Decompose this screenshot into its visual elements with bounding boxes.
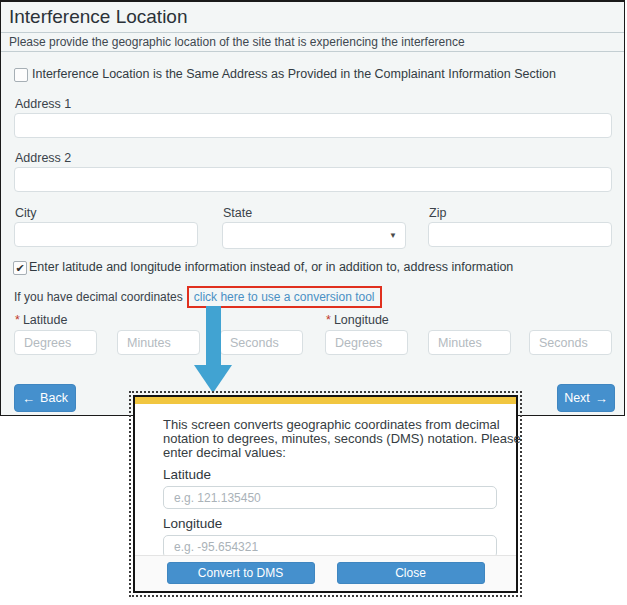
back-arrow-icon: ← <box>22 391 35 406</box>
page-subtitle: Please provide the geographic location o… <box>9 35 465 49</box>
back-button[interactable]: ← Back <box>14 384 76 412</box>
divider <box>1 32 624 33</box>
interference-location-panel: Interference Location Please provide the… <box>0 0 625 416</box>
latitude-seconds-input[interactable] <box>220 330 303 355</box>
dialog-footer: Convert to DMS Close <box>135 555 516 591</box>
longitude-label: *Longitude <box>326 313 389 327</box>
dialog-body: This screen converts geographic coordina… <box>135 404 516 558</box>
address2-input[interactable] <box>14 167 612 192</box>
close-button[interactable]: Close <box>337 562 485 584</box>
latitude-degrees-input[interactable] <box>14 330 97 355</box>
dialog-description: This screen converts geographic coordina… <box>163 418 496 432</box>
latlong-checkbox[interactable]: ✔ <box>13 261 27 275</box>
address2-label: Address 2 <box>15 151 71 165</box>
latlong-checkbox-label: Enter latitude and longitude information… <box>29 260 513 274</box>
dialog-description: enter decimal values: <box>163 446 496 460</box>
page-title: Interference Location <box>9 6 188 28</box>
chevron-down-icon: ▼ <box>389 231 397 240</box>
dialog-top-accent-bar <box>135 397 516 404</box>
city-input[interactable] <box>14 222 198 247</box>
screenshot-stage: Interference Location Please provide the… <box>0 0 627 605</box>
conversion-tool-link[interactable]: click here to use a conversion tool <box>194 290 375 304</box>
city-label: City <box>15 206 37 220</box>
state-label: State <box>223 206 252 220</box>
down-arrow-annotation <box>206 306 221 366</box>
back-button-label: Back <box>40 391 68 405</box>
divider <box>1 51 624 52</box>
longitude-degrees-input[interactable] <box>325 330 408 355</box>
annotation-highlight-box: click here to use a conversion tool <box>187 286 382 308</box>
conversion-hint-row: If you have decimal coordinates click he… <box>14 286 382 308</box>
dialog-description: notation to degrees, minutes, seconds (D… <box>163 432 496 446</box>
latitude-label: *Latitude <box>15 313 67 327</box>
dialog-longitude-label: Longitude <box>163 516 496 531</box>
longitude-minutes-input[interactable] <box>428 330 511 355</box>
conversion-tool-dialog: This screen converts geographic coordina… <box>133 395 518 593</box>
zip-label: Zip <box>429 206 446 220</box>
same-address-checkbox-label: Interference Location is the Same Addres… <box>32 67 556 81</box>
next-button[interactable]: Next → <box>557 384 615 412</box>
latitude-decimal-input[interactable] <box>163 486 497 509</box>
longitude-seconds-input[interactable] <box>529 330 612 355</box>
same-address-checkbox[interactable] <box>14 68 28 82</box>
address1-label: Address 1 <box>15 97 71 111</box>
latitude-minutes-input[interactable] <box>117 330 200 355</box>
state-select[interactable]: ▼ <box>222 222 406 249</box>
down-arrow-annotation-head <box>194 365 232 393</box>
next-arrow-icon: → <box>595 391 608 406</box>
required-asterisk: * <box>15 313 20 327</box>
dialog-latitude-label: Latitude <box>163 467 496 482</box>
address1-input[interactable] <box>14 113 612 138</box>
required-asterisk: * <box>326 313 331 327</box>
conversion-hint-text: If you have decimal coordinates <box>14 290 183 304</box>
next-button-label: Next <box>564 391 590 405</box>
zip-input[interactable] <box>428 222 612 247</box>
convert-to-dms-button[interactable]: Convert to DMS <box>167 562 315 584</box>
